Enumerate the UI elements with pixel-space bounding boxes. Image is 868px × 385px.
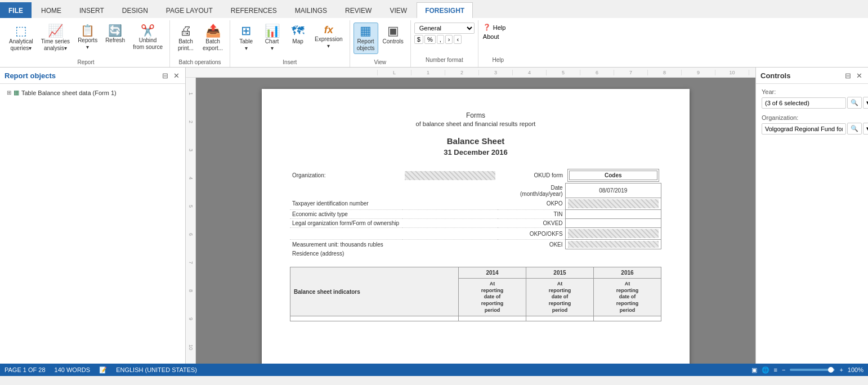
tin-label: TIN <box>498 210 565 219</box>
main-layout: Report objects ⊟ ✕ ⊞ ▦ Table Balance she… <box>0 68 868 364</box>
year-search-btn[interactable]: 🔍 <box>847 97 862 109</box>
year-dropdown-btn[interactable]: ▾ <box>863 97 868 109</box>
help-button[interactable]: ❓ Help <box>483 23 513 32</box>
zoom-in-btn[interactable]: + <box>839 366 843 373</box>
group-label-help: Help <box>483 55 513 65</box>
ribbon-group-report: ⬚ Analyticalqueries▾ 📈 Time seriesanalys… <box>2 20 170 67</box>
year-label: Year: <box>762 88 862 95</box>
table-header-2014: 2014 <box>459 267 526 279</box>
group-label-view: View <box>354 57 407 67</box>
btn-refresh[interactable]: 🔄 Refresh <box>102 23 128 46</box>
controls-content: Year: 🔍 ▾ Organization: 🔍 ▾ <box>756 84 868 145</box>
ribbon-content: ⬚ Analyticalqueries▾ 📈 Time seriesanalys… <box>0 18 868 68</box>
tab-review[interactable]: REVIEW <box>337 2 380 18</box>
right-panel: Controls ⊟ ✕ Year: 🔍 ▾ Organization: 🔍 ▾ <box>755 68 868 364</box>
btn-chart[interactable]: 📊 Chart▾ <box>259 23 284 54</box>
view-mode-print[interactable]: ▣ <box>751 366 757 374</box>
proofing-icon: 📝 <box>99 366 107 374</box>
currency-btn[interactable]: $ <box>414 35 423 44</box>
btn-analytical[interactable]: ⬚ Analyticalqueries▾ <box>6 23 37 54</box>
table-col-2014-sub: Atreportingdate ofreportingperiod <box>459 279 526 316</box>
controls-title: Controls <box>760 71 790 80</box>
zoom-out-btn[interactable]: − <box>782 366 785 373</box>
comma-btn[interactable]: , <box>437 35 444 44</box>
table-icon: ▦ <box>14 89 19 96</box>
about-button[interactable]: About <box>483 32 513 41</box>
org-value-cell <box>405 171 495 180</box>
btn-reports[interactable]: 📋 Reports▾ <box>74 23 101 53</box>
tab-design[interactable]: DESIGN <box>114 2 156 18</box>
about-label: About <box>483 33 499 40</box>
org-input[interactable] <box>762 123 846 135</box>
tree-item-table1[interactable]: ⊞ ▦ Table Balance sheet data (Form 1) <box>5 87 181 98</box>
ribbon-group-batch: 🖨 Batchprint... 📤 Batchexport... Batch o… <box>170 20 230 67</box>
btn-timeseries[interactable]: 📈 Time seriesanalysis▾ <box>38 23 73 54</box>
btn-report-objects[interactable]: ▦ Reportobjects <box>354 23 378 54</box>
btn-expression[interactable]: fx Expression▾ <box>311 23 346 52</box>
btn-table[interactable]: ⊞ Table▾ <box>234 23 258 54</box>
language: ENGLISH (UNITED STATES) <box>116 366 197 373</box>
tree-item-label: Table Balance sheet data (Form 1) <box>21 89 117 96</box>
okved-value <box>565 219 661 228</box>
help-label: Help <box>493 24 506 31</box>
date-label: Date(month/day/year) <box>498 183 565 198</box>
view-mode-web[interactable]: 🌐 <box>762 366 769 374</box>
table-header-2015: 2015 <box>526 267 594 279</box>
percent-btn[interactable]: % <box>424 35 436 44</box>
horizontal-ruler: L 1 2 3 4 5 6 7 8 9 10 11 12 13 14 15 16… <box>186 68 755 78</box>
org-search-btn[interactable]: 🔍 <box>847 123 862 135</box>
codes-header: Codes <box>569 171 657 180</box>
controls-undock-btn[interactable]: ⊟ <box>843 71 852 80</box>
document-scroll[interactable]: Forms of balance sheet and financial res… <box>196 78 755 364</box>
help-icon: ❓ <box>483 24 491 31</box>
btn-controls[interactable]: ▣ Controls <box>379 23 407 47</box>
dec-decrease-btn[interactable]: ‹ <box>454 35 462 44</box>
dec-increase-btn[interactable]: › <box>445 35 453 44</box>
zoom-slider[interactable] <box>790 369 835 371</box>
ribbon-group-view: ▦ Reportobjects ▣ Controls View <box>350 20 411 67</box>
btn-unbind[interactable]: ✂️ Unbindfrom source <box>129 23 166 53</box>
panel-undock-btn[interactable]: ⊟ <box>160 71 169 80</box>
okved-label: OKVED <box>498 219 565 228</box>
tab-mailings[interactable]: MAILINGS <box>287 2 335 18</box>
zoom-thumb <box>828 367 834 373</box>
table-header-indicator: Balance sheet indicators <box>290 267 459 316</box>
page-indicator: PAGE 1 OF 28 <box>5 366 46 373</box>
left-panel: Report objects ⊟ ✕ ⊞ ▦ Table Balance she… <box>0 68 186 364</box>
doc-main-title: Balance Sheet <box>290 136 661 146</box>
org-dropdown-btn[interactable]: ▾ <box>863 123 868 135</box>
doc-forms-label: Forms <box>290 111 661 119</box>
btn-map[interactable]: 🗺 Map <box>285 23 310 47</box>
doc-subtitle: of balance sheet and financial results r… <box>290 120 661 127</box>
tab-view[interactable]: VIEW <box>381 2 415 18</box>
ribbon-group-help: ❓ Help About Help <box>478 20 518 67</box>
report-objects-panel-header: Report objects ⊟ ✕ <box>0 68 185 84</box>
controls-close-btn[interactable]: ✕ <box>854 71 863 80</box>
measurement-label: Measurement unit: thousands rubles <box>290 240 498 249</box>
ribbon-group-insert: ⊞ Table▾ 📊 Chart▾ 🗺 Map fx Expression▾ I… <box>230 20 350 67</box>
year-input[interactable] <box>762 97 846 109</box>
number-format-select[interactable]: General <box>414 23 475 34</box>
doc-area: 1 2 3 4 5 6 7 8 9 10 Forms of balance sh… <box>186 78 755 364</box>
address-label: Residence (address) <box>290 249 661 258</box>
okud-label: OKUD form <box>498 168 565 183</box>
balance-sheet-table: Balance sheet indicators 2014 2015 2016 … <box>290 267 661 321</box>
ribbon-group-numberformat: General $ % , › ‹ Number format <box>411 20 478 67</box>
tab-home[interactable]: HOME <box>33 2 70 18</box>
tab-insert[interactable]: INSERT <box>71 2 113 18</box>
tab-foresight[interactable]: FORESIGHT <box>417 2 473 18</box>
org-info-table: Organization: OKUD form Codes <box>290 168 661 258</box>
okei-label: OKEI <box>498 240 565 249</box>
group-label-numberformat: Number format <box>414 55 475 65</box>
tab-references[interactable]: REFERENCES <box>222 2 285 18</box>
btn-batchprint[interactable]: 🖨 Batchprint... <box>173 23 198 54</box>
view-mode-outline[interactable]: ≡ <box>774 366 777 373</box>
tab-pagelayout[interactable]: PAGE LAYOUT <box>158 2 221 18</box>
panel-close-btn[interactable]: ✕ <box>172 71 181 80</box>
word-count: 140 WORDS <box>55 366 91 373</box>
btn-batchexport[interactable]: 📤 Batchexport... <box>199 23 226 54</box>
economic-label: Economic activity type <box>290 210 498 219</box>
ruler-and-doc: L 1 2 3 4 5 6 7 8 9 10 11 12 13 14 15 16… <box>186 68 755 364</box>
group-label-report: Report <box>6 57 166 67</box>
tab-file[interactable]: FILE <box>0 2 32 18</box>
